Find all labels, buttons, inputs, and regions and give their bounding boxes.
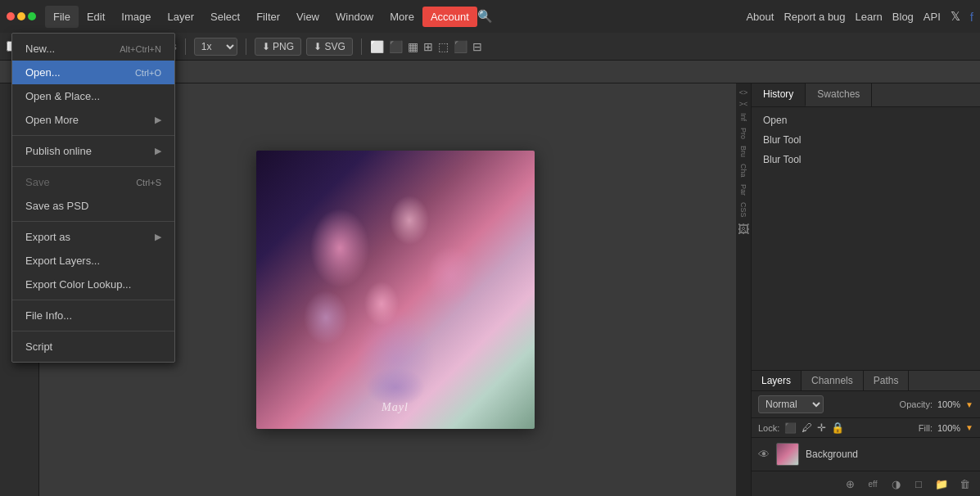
png-export-btn[interactable]: ⬇ PNG	[255, 38, 301, 56]
dd-new-label: New...	[25, 43, 55, 55]
layer-thumbnail	[776, 443, 799, 466]
file-dropdown: New... Alt+Ctrl+N Open... Ctrl+O Open & …	[11, 33, 175, 363]
layer-row[interactable]: 👁 Background	[752, 438, 980, 471]
layers-tab-paths[interactable]: Paths	[864, 371, 910, 390]
canvas-image	[256, 151, 535, 429]
link-icon[interactable]: ⊕	[841, 475, 859, 493]
menu-item-window[interactable]: Window	[327, 6, 382, 28]
lock-checkerboard-icon[interactable]: ⬛	[784, 422, 797, 434]
menu-item-edit[interactable]: Edit	[79, 6, 113, 28]
search-icon[interactable]: 🔍	[477, 9, 493, 24]
dd-sep-4	[12, 300, 174, 300]
dd-open-more[interactable]: Open More ▶	[12, 108, 174, 132]
lock-padlock-icon[interactable]: 🔒	[831, 422, 844, 434]
dd-save-label: Save	[25, 176, 50, 188]
menu-item-view[interactable]: View	[288, 6, 327, 28]
collapsed-bru-label[interactable]: Bru	[739, 144, 747, 159]
collapsed-cha-label[interactable]: Cha	[739, 162, 747, 179]
extra-icon[interactable]: ⊟	[472, 40, 482, 53]
dd-sep-3	[12, 221, 174, 222]
menu-item-more[interactable]: More	[382, 6, 422, 28]
lock-move-icon[interactable]: ✛	[817, 422, 826, 434]
report-bug-link[interactable]: Report a bug	[784, 11, 845, 23]
learn-link[interactable]: Learn	[856, 11, 883, 23]
menu-item-select[interactable]: Select	[202, 6, 248, 28]
history-item-blur1[interactable]: Blur Tool	[752, 130, 980, 150]
toolbar-sep-3	[246, 38, 246, 55]
dd-open-place-label: Open & Place...	[25, 90, 100, 102]
menu-item-account[interactable]: Account	[422, 7, 477, 27]
dd-export-as-arrow: ▶	[155, 232, 161, 242]
dd-export-layers[interactable]: Export Layers...	[12, 249, 174, 273]
lock-brush-icon[interactable]: 🖊	[802, 422, 812, 434]
dd-open-place[interactable]: Open & Place...	[12, 84, 174, 108]
blend-mode-select[interactable]: Normal Multiply Screen Overlay	[758, 395, 824, 413]
history-item-blur2[interactable]: Blur Tool	[752, 150, 980, 169]
dd-sep-1	[12, 135, 174, 136]
menu-item-filter[interactable]: Filter	[248, 6, 288, 28]
api-link[interactable]: API	[924, 11, 941, 23]
dd-new[interactable]: New... Alt+Ctrl+N	[12, 37, 174, 61]
menu-item-file[interactable]: File	[45, 6, 79, 28]
zoom-select[interactable]: 1x 2x 0.5x	[194, 38, 237, 56]
dd-file-info[interactable]: File Info...	[12, 304, 174, 327]
right-collapse-strip: <> >< Inf Pro Bru Cha Par CSS 🖼	[736, 83, 751, 496]
dd-save: Save Ctrl+S	[12, 170, 174, 194]
facebook-icon[interactable]: f	[970, 10, 973, 24]
dd-publish[interactable]: Publish online ▶	[12, 139, 174, 163]
dd-open[interactable]: Open... Ctrl+O	[12, 61, 174, 84]
swatches-tab[interactable]: Swatches	[806, 83, 872, 106]
grid-icon[interactable]: ⊞	[423, 40, 433, 53]
collapsed-par-label[interactable]: Par	[739, 183, 747, 197]
dd-export-color[interactable]: Export Color Lookup...	[12, 273, 174, 296]
folder-icon[interactable]: □	[910, 475, 928, 493]
twitter-icon[interactable]: 𝕏	[951, 9, 960, 24]
dd-new-shortcut: Alt+Ctrl+N	[120, 44, 161, 54]
artboard-icon[interactable]: ⬛	[454, 40, 467, 53]
dd-export-layers-label: Export Layers...	[25, 255, 100, 267]
history-tab[interactable]: History	[752, 83, 806, 106]
new-layer-icon[interactable]: 📁	[933, 475, 951, 493]
blog-link[interactable]: Blog	[892, 11, 914, 23]
delete-layer-icon[interactable]: 🗑	[955, 475, 973, 493]
toolbar-sep-4	[361, 38, 362, 55]
dd-file-info-label: File Info...	[25, 309, 72, 322]
svg-export-btn[interactable]: ⬇ SVG	[306, 38, 353, 56]
dd-open-more-label: Open More	[25, 114, 79, 126]
layers-controls: Normal Multiply Screen Overlay Opacity: …	[752, 391, 980, 418]
layers-panel: Layers Channels Paths Normal Multiply Sc…	[752, 370, 980, 496]
effects-icon[interactable]: eff	[864, 475, 882, 493]
align-icon[interactable]: ⬛	[389, 40, 403, 53]
crop-icon[interactable]: ⬜	[370, 40, 384, 53]
distribute-icon[interactable]: ▦	[408, 40, 418, 53]
opacity-label: Opacity:	[900, 399, 933, 409]
toolbar-sep-2	[185, 38, 186, 55]
dd-script[interactable]: Script	[12, 335, 174, 358]
dd-open-shortcut: Ctrl+O	[135, 68, 161, 78]
collapse-left-arrow[interactable]: <>	[739, 88, 748, 97]
dd-save-psd[interactable]: Save as PSD	[12, 194, 174, 218]
opacity-arrow[interactable]: ▼	[965, 400, 973, 409]
collapsed-inf-label[interactable]: Inf	[739, 111, 747, 123]
layers-tab-layers[interactable]: Layers	[752, 371, 802, 390]
collapsed-img-label[interactable]: 🖼	[737, 222, 750, 237]
history-panel-tabs: History Swatches	[752, 83, 980, 107]
dd-open-more-arrow: ▶	[155, 115, 161, 125]
layers-tab-channels[interactable]: Channels	[802, 371, 864, 390]
logo-dot-yellow	[17, 12, 25, 20]
about-link[interactable]: About	[746, 11, 774, 23]
layer-visibility-icon[interactable]: 👁	[758, 448, 770, 461]
collapsed-pro-label[interactable]: Pro	[739, 126, 747, 141]
collapse-right-arrow[interactable]: ><	[739, 100, 748, 108]
fill-arrow[interactable]: ▼	[965, 423, 973, 432]
adjustment-icon[interactable]: ◑	[887, 475, 905, 493]
collapsed-css-label[interactable]: CSS	[739, 201, 747, 219]
layout-icon[interactable]: ⬚	[438, 40, 449, 53]
dd-publish-label: Publish online	[25, 145, 92, 157]
menu-item-image[interactable]: Image	[113, 6, 159, 28]
panel-bottom: ⊕ eff ◑ □ 📁 🗑	[752, 471, 980, 496]
history-list: Open Blur Tool Blur Tool	[752, 107, 980, 370]
dd-export-as[interactable]: Export as ▶	[12, 225, 174, 249]
menu-item-layer[interactable]: Layer	[160, 6, 203, 28]
history-item-open[interactable]: Open	[752, 110, 980, 130]
